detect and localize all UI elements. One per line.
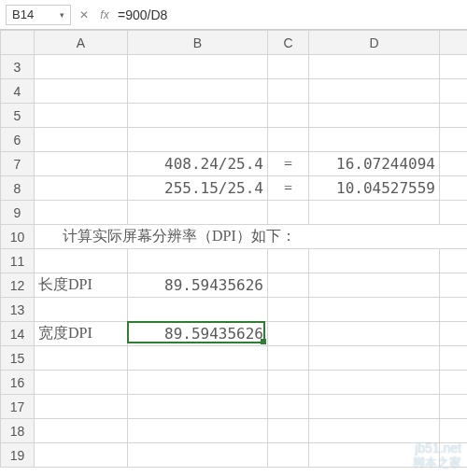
cell-B8[interactable]: 255.15/25.4 — [128, 176, 268, 201]
row-header[interactable]: 19 — [1, 443, 35, 468]
cancel-icon[interactable]: ✕ — [77, 7, 92, 22]
cell[interactable] — [35, 79, 128, 104]
cell[interactable] — [268, 322, 309, 346]
cell[interactable] — [268, 346, 309, 371]
cell[interactable] — [268, 79, 309, 104]
cell[interactable] — [440, 249, 468, 273]
cell[interactable] — [128, 128, 268, 152]
col-header-E[interactable]: E — [440, 31, 468, 55]
spreadsheet-grid[interactable]: A B C D E 3 4 5 6 7 408.24/25.4 = 16.072… — [0, 30, 467, 468]
cell[interactable] — [35, 346, 128, 371]
cell[interactable] — [128, 443, 268, 468]
col-header-D[interactable]: D — [309, 31, 440, 55]
cell[interactable] — [309, 201, 440, 225]
cell[interactable] — [35, 128, 128, 152]
row-header[interactable]: 9 — [1, 201, 35, 225]
cell[interactable] — [440, 395, 468, 419]
cell[interactable] — [440, 152, 468, 176]
cell[interactable] — [440, 298, 468, 322]
row-header[interactable]: 8 — [1, 176, 35, 201]
cell[interactable] — [268, 128, 309, 152]
chevron-down-icon[interactable]: ▾ — [60, 10, 64, 20]
cell-A12[interactable]: 长度DPI — [35, 273, 128, 298]
cell[interactable] — [309, 322, 440, 346]
cell[interactable] — [440, 128, 468, 152]
cell[interactable] — [268, 55, 309, 79]
cell[interactable] — [440, 419, 468, 443]
row-header[interactable]: 5 — [1, 104, 35, 128]
cell[interactable] — [309, 249, 440, 273]
cell[interactable] — [440, 322, 468, 346]
cell[interactable] — [309, 419, 440, 443]
row-header[interactable]: 3 — [1, 55, 35, 79]
cell[interactable] — [309, 273, 440, 298]
cell-A14[interactable]: 宽度DPI — [35, 322, 128, 346]
cell[interactable] — [128, 419, 268, 443]
cell[interactable] — [128, 371, 268, 395]
row-header[interactable]: 16 — [1, 371, 35, 395]
col-header-B[interactable]: B — [128, 31, 268, 55]
cell[interactable] — [128, 104, 268, 128]
cell[interactable] — [35, 55, 128, 79]
cell-C8[interactable]: = — [268, 176, 309, 201]
cell[interactable] — [440, 201, 468, 225]
cell[interactable] — [35, 419, 128, 443]
cell-D7[interactable]: 16.07244094 — [309, 152, 440, 176]
row-header[interactable]: 7 — [1, 152, 35, 176]
cell[interactable] — [309, 55, 440, 79]
cell[interactable] — [309, 104, 440, 128]
cell-A10-merged[interactable]: 计算实际屏幕分辨率（DPI）如下： — [35, 225, 468, 249]
row-header[interactable]: 4 — [1, 79, 35, 104]
cell-C7[interactable]: = — [268, 152, 309, 176]
cell[interactable] — [128, 298, 268, 322]
cell[interactable] — [309, 443, 440, 468]
cell[interactable] — [128, 395, 268, 419]
cell[interactable] — [35, 298, 128, 322]
name-box[interactable]: B14 ▾ — [6, 5, 71, 25]
cell[interactable] — [268, 104, 309, 128]
cell-B14[interactable]: 89.59435626 — [128, 322, 268, 346]
cell[interactable] — [309, 298, 440, 322]
cell[interactable] — [440, 346, 468, 371]
cell[interactable] — [35, 371, 128, 395]
cell[interactable] — [35, 443, 128, 468]
cell[interactable] — [440, 55, 468, 79]
cell[interactable] — [35, 176, 128, 201]
cell[interactable] — [440, 176, 468, 201]
cell[interactable] — [35, 249, 128, 273]
cell-D8[interactable]: 10.04527559 — [309, 176, 440, 201]
cell[interactable] — [128, 201, 268, 225]
cell-B12[interactable]: 89.59435626 — [128, 273, 268, 298]
cell[interactable] — [35, 201, 128, 225]
cell[interactable] — [128, 79, 268, 104]
row-header[interactable]: 11 — [1, 249, 35, 273]
cell[interactable] — [128, 249, 268, 273]
col-header-A[interactable]: A — [35, 31, 128, 55]
cell[interactable] — [440, 443, 468, 468]
fx-icon[interactable]: fx — [97, 7, 112, 22]
cell[interactable] — [268, 395, 309, 419]
cell[interactable] — [128, 346, 268, 371]
row-header[interactable]: 6 — [1, 128, 35, 152]
cell[interactable] — [268, 371, 309, 395]
cell[interactable] — [309, 79, 440, 104]
cell[interactable] — [440, 79, 468, 104]
cell[interactable] — [35, 104, 128, 128]
cell[interactable] — [440, 104, 468, 128]
cell[interactable] — [309, 395, 440, 419]
cell[interactable] — [268, 419, 309, 443]
cell[interactable] — [35, 395, 128, 419]
row-header[interactable]: 13 — [1, 298, 35, 322]
cell[interactable] — [268, 249, 309, 273]
row-header[interactable]: 14 — [1, 322, 35, 346]
row-header[interactable]: 15 — [1, 346, 35, 371]
cell[interactable] — [309, 371, 440, 395]
cell[interactable] — [309, 128, 440, 152]
select-all-corner[interactable] — [1, 31, 35, 55]
row-header[interactable]: 18 — [1, 419, 35, 443]
col-header-C[interactable]: C — [268, 31, 309, 55]
row-header[interactable]: 10 — [1, 225, 35, 249]
cell-B7[interactable]: 408.24/25.4 — [128, 152, 268, 176]
cell[interactable] — [440, 273, 468, 298]
formula-input[interactable] — [118, 7, 461, 22]
